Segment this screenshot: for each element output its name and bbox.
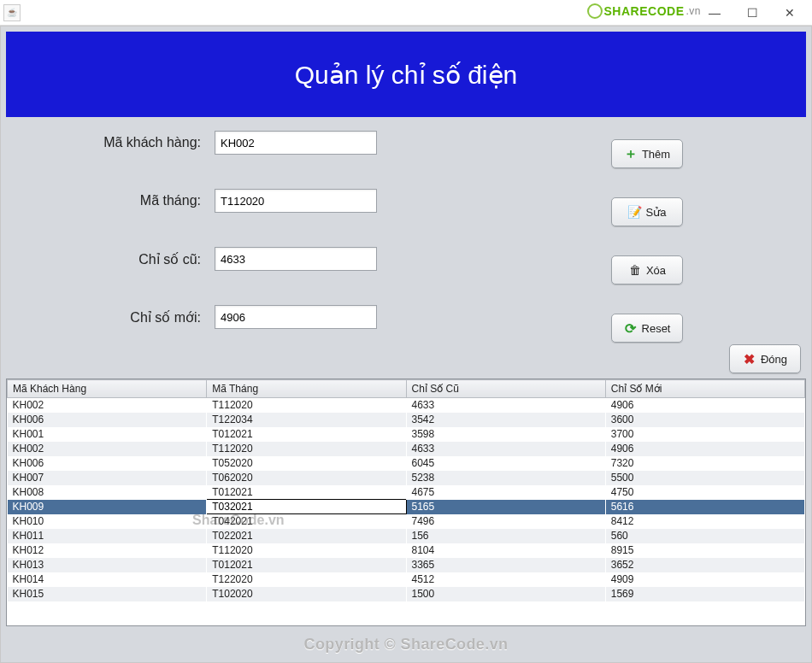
table-cell[interactable]: T122034 (207, 413, 406, 427)
table-row[interactable]: KH002T11202046334906 (8, 442, 805, 456)
table-row[interactable]: KH007T06202052385500 (8, 471, 805, 485)
col-month[interactable]: Mã Tháng (207, 380, 406, 398)
edit-button[interactable]: 📝 Sửa (611, 197, 683, 226)
month-input[interactable] (215, 189, 377, 213)
table-cell[interactable]: 5500 (605, 471, 804, 485)
footer-watermark: Copyright © ShareCode.vn (1, 636, 811, 654)
reset-button[interactable]: ⟳ Reset (611, 314, 683, 343)
table-cell[interactable]: 7320 (605, 456, 804, 471)
table-cell[interactable]: KH002 (8, 398, 207, 413)
minimize-button[interactable]: — (696, 1, 733, 25)
sharecode-emblem-icon (587, 3, 603, 19)
table-cell[interactable]: 7496 (406, 514, 605, 529)
table-cell[interactable]: KH015 (8, 587, 207, 601)
table-cell[interactable]: KH008 (8, 485, 207, 500)
old-index-input[interactable] (215, 247, 377, 271)
close-button[interactable]: ✖ Đóng (729, 344, 801, 373)
plus-icon: ＋ (624, 147, 638, 161)
table-cell[interactable]: 4512 (406, 572, 605, 587)
table-cell[interactable]: T062020 (207, 471, 406, 485)
table-cell[interactable]: 4750 (605, 485, 804, 500)
table-cell[interactable]: 3600 (605, 413, 804, 427)
add-button[interactable]: ＋ Thêm (611, 139, 683, 168)
table-cell[interactable]: KH002 (8, 442, 207, 456)
new-index-label: Chỉ số mới: (18, 309, 215, 326)
table-cell[interactable]: T112020 (207, 442, 406, 456)
table-cell[interactable]: 3700 (605, 427, 804, 442)
table-cell[interactable]: T012021 (207, 485, 406, 500)
new-index-input[interactable] (215, 305, 377, 329)
delete-button[interactable]: 🗑 Xóa (611, 255, 683, 285)
table-cell[interactable]: 5238 (406, 471, 605, 485)
customer-input[interactable] (215, 131, 377, 155)
col-customer[interactable]: Mã Khách Hàng (8, 380, 207, 398)
table-cell[interactable]: T032021 (207, 500, 406, 514)
reset-button-label: Reset (642, 322, 671, 335)
app-body: Quản lý chỉ số điện Mã khách hàng: Mã th… (0, 26, 812, 663)
table-cell[interactable]: T112020 (207, 543, 406, 558)
table-cell[interactable]: 5616 (605, 500, 804, 514)
table-row[interactable]: KH006T05202060457320 (8, 456, 805, 471)
table-cell[interactable]: T022021 (207, 529, 406, 543)
table-cell[interactable]: 6045 (406, 456, 605, 471)
data-table-wrap[interactable]: Mã Khách Hàng Mã Tháng Chỉ Số Cũ Chỉ Số … (6, 378, 806, 626)
table-cell[interactable]: 3598 (406, 427, 605, 442)
table-cell[interactable]: 4906 (605, 442, 804, 456)
table-cell[interactable]: 8412 (605, 514, 804, 529)
table-cell[interactable]: 1500 (406, 587, 605, 601)
table-row[interactable]: KH014T12202045124909 (8, 572, 805, 587)
table-cell[interactable]: 8915 (605, 543, 804, 558)
edit-icon: 📝 (628, 205, 642, 219)
table-cell[interactable]: 4633 (406, 398, 605, 413)
month-label: Mã tháng: (18, 193, 215, 208)
table-cell[interactable]: 4633 (406, 442, 605, 456)
table-cell[interactable]: KH010 (8, 514, 207, 529)
table-cell[interactable]: 4906 (605, 398, 804, 413)
maximize-button[interactable]: ☐ (733, 1, 771, 25)
table-cell[interactable]: T122020 (207, 572, 406, 587)
table-cell[interactable]: 156 (406, 529, 605, 543)
table-cell[interactable]: T012021 (207, 427, 406, 442)
table-cell[interactable]: T102020 (207, 587, 406, 601)
table-row[interactable]: KH010T04202174968412 (8, 514, 805, 529)
table-row[interactable]: KH011T022021156560 (8, 529, 805, 543)
table-cell[interactable]: KH006 (8, 413, 207, 427)
table-cell[interactable]: KH014 (8, 572, 207, 587)
table-cell[interactable]: 1569 (605, 587, 804, 601)
table-cell[interactable]: T052020 (207, 456, 406, 471)
close-window-button[interactable]: ✕ (771, 1, 809, 25)
java-icon: ☕ (3, 4, 21, 21)
col-old[interactable]: Chỉ Số Cũ (406, 380, 605, 398)
table-cell[interactable]: T012021 (207, 558, 406, 572)
table-cell[interactable]: 3652 (605, 558, 804, 572)
table-cell[interactable]: T042021 (207, 514, 406, 529)
table-cell[interactable]: KH011 (8, 529, 207, 543)
table-cell[interactable]: KH001 (8, 427, 207, 442)
table-row[interactable]: KH001T01202135983700 (8, 427, 805, 442)
table-cell[interactable]: KH007 (8, 471, 207, 485)
table-body: KH002T11202046334906KH006T12203435423600… (8, 398, 805, 601)
table-row[interactable]: KH012T11202081048915 (8, 543, 805, 558)
table-row[interactable]: KH008T01202146754750 (8, 485, 805, 500)
sharecode-suffix: .vn (685, 5, 701, 17)
table-cell[interactable]: 4909 (605, 572, 804, 587)
table-cell[interactable]: 3542 (406, 413, 605, 427)
table-cell[interactable]: KH012 (8, 543, 207, 558)
table-row[interactable]: KH002T11202046334906 (8, 398, 805, 413)
table-cell[interactable]: T112020 (207, 398, 406, 413)
reset-icon: ⟳ (624, 321, 638, 335)
table-cell[interactable]: 3365 (406, 558, 605, 572)
table-row[interactable]: KH015T10202015001569 (8, 587, 805, 601)
table-row[interactable]: KH006T12203435423600 (8, 413, 805, 427)
sharecode-brand-text: SHARECODE (604, 4, 685, 18)
table-cell[interactable]: KH009 (8, 500, 207, 514)
table-row[interactable]: KH013T01202133653652 (8, 558, 805, 572)
table-cell[interactable]: 5165 (406, 500, 605, 514)
table-cell[interactable]: KH013 (8, 558, 207, 572)
table-cell[interactable]: 4675 (406, 485, 605, 500)
table-cell[interactable]: 560 (605, 529, 804, 543)
table-cell[interactable]: 8104 (406, 543, 605, 558)
table-cell[interactable]: KH006 (8, 456, 207, 471)
table-row[interactable]: KH009T03202151655616 (8, 500, 805, 514)
col-new[interactable]: Chỉ Số Mới (605, 380, 804, 398)
